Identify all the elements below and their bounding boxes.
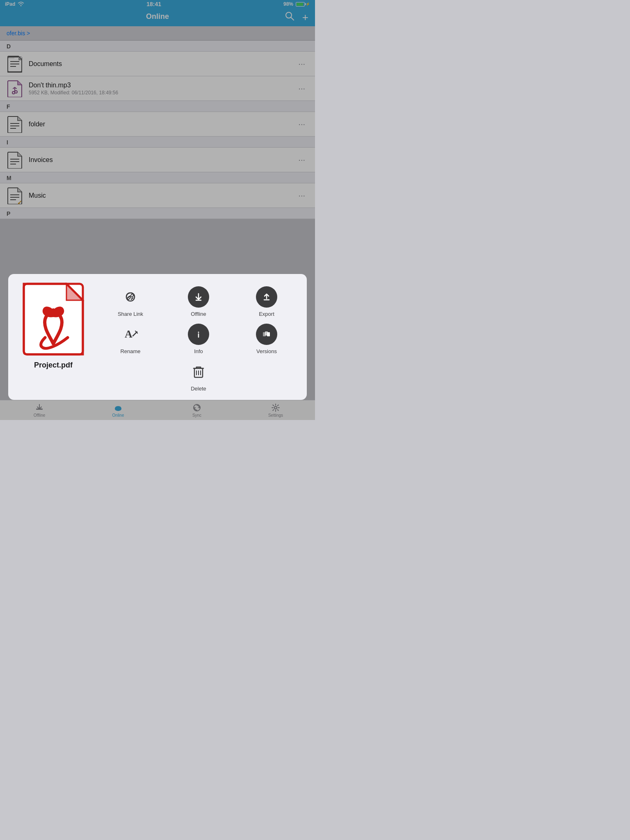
delete-label: Delete: [191, 386, 206, 392]
delete-button[interactable]: Delete: [167, 361, 231, 392]
svg-rect-19: [127, 296, 130, 300]
share-link-button[interactable]: Share Link: [98, 286, 162, 317]
offline-label: Offline: [191, 311, 206, 317]
export-button[interactable]: Export: [235, 286, 299, 317]
rename-label: Rename: [120, 348, 140, 354]
svg-point-31: [198, 332, 199, 333]
action-sheet: Project.pdf Share Link: [8, 274, 307, 400]
export-icon: [256, 286, 277, 308]
versions-icon: [256, 324, 277, 345]
rename-button[interactable]: A Rename: [98, 324, 162, 354]
svg-rect-20: [130, 294, 134, 297]
pdf-filename: Project.pdf: [34, 361, 73, 370]
info-icon: [188, 324, 209, 345]
pdf-preview: Project.pdf: [16, 282, 90, 370]
share-link-icon: [120, 286, 141, 308]
action-buttons-grid: Share Link Offline: [98, 282, 299, 392]
offline-icon: [188, 286, 209, 308]
info-button[interactable]: Info: [167, 324, 231, 354]
offline-button[interactable]: Offline: [167, 286, 231, 317]
rename-icon: A: [120, 324, 141, 345]
svg-text:A: A: [125, 328, 132, 340]
info-label: Info: [194, 348, 203, 354]
versions-button[interactable]: Versions: [235, 324, 299, 354]
export-label: Export: [259, 311, 274, 317]
svg-rect-36: [267, 332, 270, 336]
share-link-label: Share Link: [118, 311, 143, 317]
versions-label: Versions: [256, 348, 277, 354]
delete-icon: [188, 361, 209, 382]
pdf-icon: [21, 282, 86, 356]
